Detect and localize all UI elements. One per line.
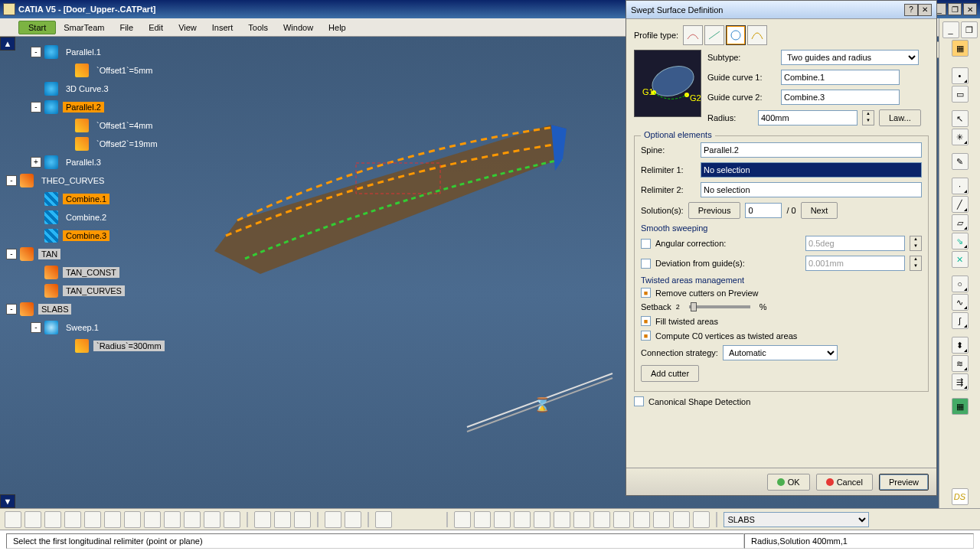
tree-node[interactable]: `Radius`=300mm xyxy=(6,337,165,355)
angular-correction-checkbox[interactable] xyxy=(641,239,651,249)
bt-2-icon[interactable] xyxy=(345,511,361,528)
grid-tool-icon[interactable]: ▦ xyxy=(952,398,969,415)
measure-icon[interactable] xyxy=(254,511,271,528)
angular-spinner[interactable]: ▲▼ xyxy=(910,236,922,251)
intersect-tool-icon[interactable]: ✕ xyxy=(952,251,969,268)
menu-window[interactable]: Window xyxy=(276,21,321,34)
select-arrow-icon[interactable]: ↖ xyxy=(952,110,969,127)
menu-help[interactable]: Help xyxy=(321,21,354,34)
zoom-in-icon[interactable] xyxy=(84,511,101,528)
manual-update-icon[interactable] xyxy=(474,511,491,528)
multi-view-icon[interactable] xyxy=(144,511,161,528)
angular-correction-input[interactable] xyxy=(805,236,905,251)
bt-a-icon[interactable] xyxy=(593,511,610,528)
axis-tool-icon[interactable]: ✳ xyxy=(952,129,969,145)
pan-icon[interactable] xyxy=(44,511,61,528)
expander-icon[interactable]: - xyxy=(31,322,41,333)
pointcmd-icon[interactable]: · xyxy=(952,178,969,194)
update-icon[interactable] xyxy=(454,511,471,528)
tree-node[interactable]: 3D Curve.3 xyxy=(6,80,165,98)
canonical-checkbox[interactable] xyxy=(634,396,644,406)
bt-3-icon[interactable] xyxy=(375,511,392,528)
apply-material-icon[interactable] xyxy=(294,511,311,528)
expander-icon[interactable]: - xyxy=(6,175,17,186)
project-tool-icon[interactable]: ⇘ xyxy=(952,233,969,249)
deviation-checkbox[interactable] xyxy=(641,259,651,269)
doc-close-button[interactable]: ✕ xyxy=(963,3,977,15)
compass-icon[interactable] xyxy=(5,511,21,528)
win-max-icon[interactable]: ❐ xyxy=(961,21,978,38)
tree-node[interactable]: Combine.3 xyxy=(6,227,165,245)
expander-icon[interactable]: - xyxy=(31,47,41,57)
menu-view[interactable]: View xyxy=(171,21,204,34)
tree-node[interactable]: `Offset1`=4mm xyxy=(6,116,165,135)
doc-restore-button[interactable]: ❐ xyxy=(948,3,962,15)
plane-tool-icon[interactable]: ▱ xyxy=(952,214,969,231)
cancel-button[interactable]: Cancel xyxy=(816,474,873,491)
next-button[interactable]: Next xyxy=(801,202,838,219)
profile-conic-icon[interactable] xyxy=(747,25,767,45)
snap-icon[interactable] xyxy=(573,511,590,528)
tree-scroll-down[interactable]: ▼ xyxy=(0,494,15,508)
menu-insert[interactable]: Insert xyxy=(204,21,241,34)
select-tool-icon[interactable]: ▭ xyxy=(952,86,969,103)
measure2-icon[interactable] xyxy=(274,511,291,528)
expander-icon[interactable]: - xyxy=(6,249,17,259)
geoset-combo[interactable]: SLABS xyxy=(724,512,869,527)
tree-node[interactable]: TAN_CONST xyxy=(6,263,165,282)
circle-tool-icon[interactable]: ○ xyxy=(952,276,969,292)
offset-tool-icon[interactable]: ⇶ xyxy=(952,373,969,390)
dialog-close-button[interactable]: ✕ xyxy=(918,4,932,16)
shading-icon[interactable] xyxy=(184,511,201,528)
law-button[interactable]: Law... xyxy=(879,109,921,126)
tree-node[interactable]: +Parallel.3 xyxy=(6,153,165,171)
deviation-input[interactable] xyxy=(805,256,905,271)
normal-view-icon[interactable] xyxy=(124,511,141,528)
tree-node[interactable]: -THEO_CURVES xyxy=(6,171,165,190)
spine-input[interactable] xyxy=(701,142,922,158)
guide2-input[interactable] xyxy=(781,90,900,105)
sweep-tool-icon[interactable]: ≋ xyxy=(952,355,969,372)
tree-node[interactable]: -TAN xyxy=(6,245,165,263)
tree-node[interactable]: Combine.1 xyxy=(6,190,165,208)
tree-node[interactable]: `Offset2`=19mm xyxy=(6,135,165,153)
dialog-help-button[interactable]: ? xyxy=(904,4,918,16)
grid1-icon[interactable] xyxy=(514,511,531,528)
menu-file[interactable]: File xyxy=(112,21,141,34)
tree-node[interactable]: -Parallel.1 xyxy=(6,43,165,61)
curve-tool-icon[interactable]: ∫ xyxy=(952,312,969,329)
axis-icon[interactable] xyxy=(494,511,511,528)
guide1-input[interactable] xyxy=(781,70,900,85)
menu-edit[interactable]: Edit xyxy=(141,21,171,34)
bt-f-icon[interactable] xyxy=(693,511,710,528)
swap-icon[interactable] xyxy=(224,511,240,528)
zoom-out-icon[interactable] xyxy=(104,511,121,528)
previous-button[interactable]: Previous xyxy=(688,202,741,219)
fit-icon[interactable] xyxy=(24,511,41,528)
bt-d-icon[interactable] xyxy=(653,511,670,528)
bt-e-icon[interactable] xyxy=(673,511,690,528)
relimiter1-input[interactable] xyxy=(701,162,922,178)
line-tool-icon[interactable]: ╱ xyxy=(952,196,969,213)
extrude-tool-icon[interactable]: ⬍ xyxy=(952,337,969,354)
radius-input[interactable] xyxy=(758,110,858,126)
deviation-spinner[interactable]: ▲▼ xyxy=(910,256,922,271)
bt-c-icon[interactable] xyxy=(633,511,650,528)
profile-line-icon[interactable] xyxy=(704,25,724,45)
bt-b-icon[interactable] xyxy=(613,511,630,528)
fill-twisted-checkbox[interactable] xyxy=(641,316,651,326)
grid2-icon[interactable] xyxy=(534,511,550,528)
hide-show-icon[interactable] xyxy=(204,511,220,528)
point-tool-icon[interactable]: • xyxy=(952,67,969,84)
expander-icon[interactable]: + xyxy=(31,157,41,168)
workbench-icon[interactable]: ▦ xyxy=(952,40,969,57)
expander-icon[interactable]: - xyxy=(6,304,17,315)
sketch-tool-icon[interactable]: ✎ xyxy=(952,153,969,170)
menu-tools[interactable]: Tools xyxy=(240,21,276,34)
add-cutter-button[interactable]: Add cutter xyxy=(641,365,699,382)
subtype-select[interactable]: Two guides and radius xyxy=(781,50,919,65)
compute-c0-checkbox[interactable] xyxy=(641,331,651,341)
menu-start[interactable]: Start xyxy=(18,21,56,34)
solution-index-input[interactable] xyxy=(745,203,782,218)
tree-node[interactable]: -Sweep.1 xyxy=(6,318,165,337)
